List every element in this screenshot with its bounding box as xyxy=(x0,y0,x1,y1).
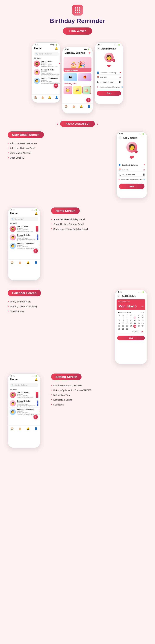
add-photo-detail[interactable]: + xyxy=(135,150,138,153)
home-item-1: Show A-Z User Birthday Detail xyxy=(51,217,147,222)
avatar-big-1: 🧑 xyxy=(104,52,114,62)
setting-item-2: Battery Optimization Button ON/OFF xyxy=(51,388,147,392)
svg-rect-3 xyxy=(75,10,76,11)
setting-item-1: Notification Button ON/OFF xyxy=(51,383,147,388)
save-button-detail[interactable]: Save xyxy=(119,184,145,189)
phone-setting: 9:41 ●●● 🔋 Home 🔔 🔍 Brandel · Galloway A… xyxy=(8,374,40,448)
svg-rect-8 xyxy=(79,12,80,13)
user-card-h2-2[interactable]: 👨 George N. Aiello 12/30/985 +1 630 425 … xyxy=(8,233,40,242)
setting-heading: Setting Screen xyxy=(51,374,82,380)
svg-rect-2 xyxy=(79,7,80,8)
home-item-2: Show All User Birthday Detail xyxy=(51,222,147,226)
cal-next[interactable]: › xyxy=(143,311,144,314)
list-item-4: User Email ID xyxy=(8,155,110,160)
home-search-set[interactable]: 🔍 Brandel · Galloway xyxy=(10,383,38,387)
cal-item-3: Next Birthday xyxy=(8,309,109,314)
birthday-banner: 🎂🎉 Happy Birthday xyxy=(64,57,91,72)
cal-cancel-btn[interactable]: CANCEL xyxy=(132,331,139,333)
phone-status-1: 9:41 ●●● ▶ 🔋 xyxy=(32,43,60,46)
setting-item-5: Feedback xyxy=(51,402,147,407)
gifs-row: 🥳 🎉 🎂 xyxy=(62,85,93,96)
cal-item-1: Today Birthday Alert xyxy=(8,299,109,304)
cal-ok-btn[interactable]: OK xyxy=(141,331,143,333)
avatar-h2-2: 👨 xyxy=(10,234,16,240)
fab-button-h2[interactable]: + xyxy=(33,248,38,253)
phone-status-3: 9:41 ●●●🔋 xyxy=(95,43,123,46)
app-title: Birthday Reminder xyxy=(50,18,105,24)
phone-add-1: 9:41 ●●●🔋 ‹ Add Birthdate 🧑 + ❤ 👤 Brando… xyxy=(95,42,123,104)
tab-bar-2: 🏠 🎂 🔔 👤 xyxy=(62,103,93,109)
cal-select-label: SELECT DATE xyxy=(117,299,145,304)
user-card-h2-1[interactable]: 🧔 Darryl T. Olsen 06/31/985 +1 630 432 6… xyxy=(8,224,40,233)
cal-item-2: Monthly Calendar Birthday xyxy=(8,304,109,309)
app-icon xyxy=(72,5,83,16)
setting-item-3: Notification Time xyxy=(51,392,147,398)
tab-bar-h2: 🏠 🎂 🔔 👤 xyxy=(8,260,40,265)
phone3-header: ‹ Add Birthdate xyxy=(95,46,123,51)
user-card-set-1[interactable]: 🧔 Darryl T. Olsen 06/31/985 +1 630 432 6… xyxy=(8,390,40,399)
fab-button-1[interactable]: + xyxy=(54,84,58,88)
avatar-h2-3: 🧑 xyxy=(10,243,16,249)
svg-rect-6 xyxy=(75,12,76,13)
look-badge: Have A Look App UI xyxy=(60,121,95,127)
phone-status-2: 9:41 ●●●🔋 xyxy=(62,47,93,51)
phone1-header: Home 🔔 xyxy=(32,46,60,51)
calendar-heading: Calendar Screen xyxy=(8,290,41,296)
list-item-1: Add User First/Last Name xyxy=(8,141,110,146)
phone-wishes: 9:41 ●●●🔋 Birthday Wishes ❤ 🎂🎉 Happy Bir… xyxy=(62,47,93,114)
name-field-1[interactable]: 👤 Brandon J. Galloway ❤ xyxy=(97,70,121,75)
phone-home: 9:41 ●●● ▶ 🔋 Home 🔔 🔍 Brandel · Galloway… xyxy=(32,42,60,103)
setting-list: Notification Button ON/OFF Battery Optim… xyxy=(51,383,147,407)
save-button-1[interactable]: Save xyxy=(97,91,121,96)
phone-field-detail[interactable]: 📞 +1 330 389 7688 📱 xyxy=(118,172,145,176)
date-field-detail[interactable]: 📅 05/1/985 🗓 xyxy=(118,168,145,172)
user-card-set-2[interactable]: 👨 George N. Aiello 12/30/985 +1 630 425 … xyxy=(8,399,40,408)
birthday-thumbs: 👨‍👩‍👧 🎁 xyxy=(64,73,91,81)
home-screen-list: Show A-Z User Birthday Detail Show All U… xyxy=(51,217,147,231)
phone-field-1[interactable]: 📞 +1 330 389 7688 📱 xyxy=(97,80,121,84)
calendar-section: Calendar Screen Today Birthday Alert Mon… xyxy=(0,286,155,367)
user-detail-list: Add User First/Last Name Add User Birthd… xyxy=(8,141,110,160)
setting-item-4: Notification Sound xyxy=(51,398,147,402)
home-search-1[interactable]: 🔍 Brandel · Galloway xyxy=(34,52,59,56)
email-field-1[interactable]: ✉ BrandonJGalloway@dayrap.com 📧 xyxy=(97,85,121,89)
gifs-section-header: Birthday Gifs xyxy=(62,82,93,85)
phone-home-2: 9:41 ●●● 🔋 Home 🔔 🔍 Nerj Mangul All User… xyxy=(8,208,40,280)
svg-rect-5 xyxy=(79,10,80,11)
back-button-detail[interactable]: ‹ xyxy=(118,136,122,140)
look-divider: Have A Look App UI xyxy=(0,118,155,128)
svg-rect-4 xyxy=(77,10,78,11)
avatar-2: 👨 xyxy=(34,69,40,75)
home-screen-section: Home Screen Show A-Z User Birthday Detai… xyxy=(0,204,155,284)
save-button-cal[interactable]: Save xyxy=(117,336,145,340)
email-field-detail[interactable]: ✉ BrandonJGalloway@dayrap.com 📧 xyxy=(118,177,145,182)
ios-badge: IOS Version xyxy=(63,28,92,34)
list-item-3: User Mobile Number xyxy=(8,150,110,155)
add-photo-button[interactable]: + xyxy=(112,59,115,62)
fab-button-2[interactable]: + xyxy=(86,98,91,102)
back-button-1[interactable]: ‹ xyxy=(97,47,100,50)
home-item-3: Show User Friend Birthday Detail xyxy=(51,226,147,231)
user-card-1[interactable]: 🧔 Darryl T. Olsen 06/31/985 +1 630 432 6… xyxy=(32,60,60,68)
svg-rect-1 xyxy=(77,7,78,8)
calendar-list: Today Birthday Alert Monthly Calendar Bi… xyxy=(8,299,109,314)
cal-grid: November 2021 ‹ › S M T W T F S xyxy=(117,310,145,334)
setting-section: Setting Screen Notification Button ON/OF… xyxy=(0,370,155,454)
phone-add-detail: 9:41 ●●● 🔋 ‹ Add Birthdate 🧑 + ❤ 👤 Brand… xyxy=(116,132,147,198)
back-button-cal[interactable]: ‹ xyxy=(117,294,120,298)
home-screen-heading: Home Screen xyxy=(51,208,80,214)
fab-setting[interactable]: + xyxy=(33,415,38,419)
name-field-detail[interactable]: 👤 Brandon J. Galloway ❤ xyxy=(118,163,145,167)
phone-calendar: 9:41 ●●● 🔋 ‹ Add Birthdate SELECT DATE M… xyxy=(115,290,147,364)
phones-row: 9:41 ●●● ▶ 🔋 Home 🔔 🔍 Brandel · Galloway… xyxy=(0,42,155,118)
date-field-1[interactable]: 📅 05/1/985 🗓 xyxy=(97,76,121,80)
user-card-2[interactable]: 👨 George N. Aiello 12/30/985 +1 630 425 … xyxy=(32,68,60,76)
user-detail-section: User Detail Screen Add User First/Last N… xyxy=(0,128,155,201)
avatar-1: 🧔 xyxy=(34,60,40,67)
home-search-2[interactable]: 🔍 Nerj Mangul xyxy=(10,217,38,221)
hero-section: Birthday Reminder IOS Version xyxy=(0,0,155,42)
tab-bar-set: 🏠 🎂 🔔 👤 xyxy=(8,426,40,432)
svg-rect-0 xyxy=(75,7,76,8)
cal-prev[interactable]: ‹ xyxy=(141,311,142,314)
svg-rect-7 xyxy=(77,12,78,13)
